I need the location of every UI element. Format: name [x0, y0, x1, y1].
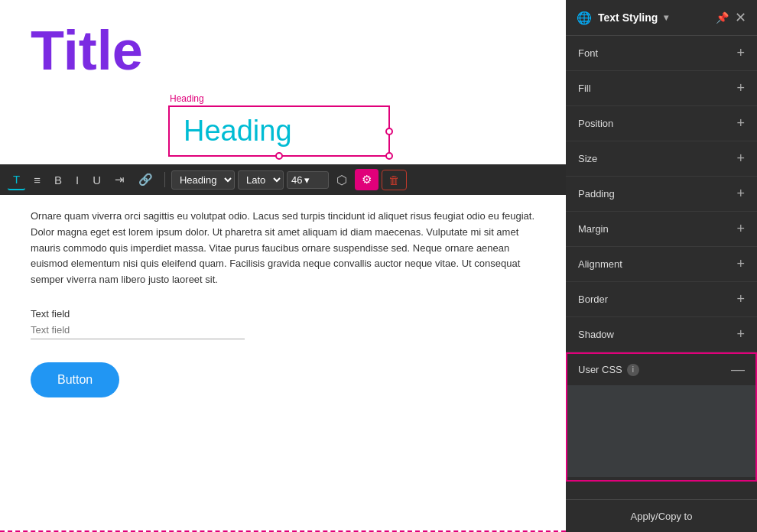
- globe-icon: 🌐: [577, 11, 592, 25]
- property-label-size: Size: [578, 153, 597, 164]
- property-plus-size[interactable]: +: [736, 151, 745, 167]
- close-button[interactable]: ✕: [735, 9, 746, 26]
- formatting-toolbar: T ≡ B I U ⇥ 🔗 Heading Lato 46 ▾ ⬡ ⚙ 🗑: [0, 164, 566, 195]
- property-plus-position[interactable]: +: [736, 115, 745, 131]
- link-button[interactable]: 🔗: [133, 170, 158, 190]
- property-plus-border[interactable]: +: [736, 291, 745, 307]
- cta-button[interactable]: Button: [31, 362, 119, 397]
- delete-button[interactable]: 🗑: [382, 170, 407, 190]
- property-row-border[interactable]: Border +: [566, 282, 757, 317]
- heading-wrapper: Heading Heading: [168, 93, 390, 157]
- font-size-value: 46: [291, 174, 302, 186]
- user-css-text: User CSS: [578, 364, 622, 375]
- user-css-collapse-button[interactable]: —: [731, 362, 745, 378]
- property-label-position: Position: [578, 118, 613, 129]
- property-row-padding[interactable]: Padding +: [566, 177, 757, 212]
- page-title: Title: [0, 0, 566, 86]
- property-row-margin[interactable]: Margin +: [566, 212, 757, 247]
- right-panel: 🌐 Text Styling ▾ 📌 ✕ Font + Fill + Posit…: [566, 0, 757, 532]
- heading-label: Heading: [168, 93, 390, 104]
- apply-copy-button[interactable]: Apply/Copy to: [631, 511, 693, 522]
- body-paragraph: Ornare quam viverra orci sagittis eu vol…: [0, 195, 566, 302]
- property-row-shadow[interactable]: Shadow +: [566, 317, 757, 352]
- panel-title: Text Styling: [598, 11, 658, 24]
- property-plus-fill[interactable]: +: [736, 80, 745, 96]
- text-format-button[interactable]: T: [8, 170, 25, 190]
- font-select[interactable]: Lato: [238, 170, 284, 190]
- pin-button[interactable]: 📌: [716, 11, 729, 24]
- text-field-label: Text field: [0, 302, 566, 321]
- panel-header: 🌐 Text Styling ▾ 📌 ✕: [566, 0, 757, 36]
- property-label-shadow: Shadow: [578, 329, 614, 340]
- property-label-fill: Fill: [578, 83, 591, 94]
- user-css-header: User CSS i —: [567, 354, 755, 385]
- underline-button[interactable]: U: [87, 170, 106, 190]
- property-label-border: Border: [578, 294, 608, 305]
- panel-header-left: 🌐 Text Styling ▾: [577, 11, 668, 25]
- property-plus-font[interactable]: +: [736, 45, 745, 61]
- property-list: Font + Fill + Position + Size + Padding …: [566, 36, 757, 499]
- button-area: Button: [0, 339, 566, 420]
- user-css-label: User CSS i: [578, 364, 639, 376]
- resize-handle-bottom-right[interactable]: [385, 152, 393, 160]
- property-plus-margin[interactable]: +: [736, 221, 745, 237]
- font-size-control[interactable]: 46 ▾: [287, 171, 329, 189]
- expand-button[interactable]: ⬡: [332, 170, 352, 190]
- property-label-font: Font: [578, 47, 598, 59]
- property-row-fill[interactable]: Fill +: [566, 71, 757, 106]
- gear-button[interactable]: ⚙: [355, 169, 378, 190]
- text-field-input[interactable]: [31, 321, 245, 339]
- italic-button[interactable]: I: [70, 170, 84, 190]
- user-css-section: User CSS i —: [566, 352, 757, 482]
- toolbar-separator: [164, 172, 165, 187]
- property-row-size[interactable]: Size +: [566, 141, 757, 177]
- property-row-position[interactable]: Position +: [566, 106, 757, 141]
- property-row-font[interactable]: Font +: [566, 36, 757, 71]
- canvas: Title Heading Heading T ≡ B I U ⇥ 🔗 Head…: [0, 0, 566, 532]
- heading-box[interactable]: Heading: [168, 105, 390, 157]
- property-plus-alignment[interactable]: +: [736, 256, 745, 272]
- user-css-textarea[interactable]: [567, 385, 755, 477]
- property-label-padding: Padding: [578, 188, 615, 200]
- panel-footer: Apply/Copy to: [566, 499, 757, 532]
- heading-text: Heading: [184, 115, 292, 147]
- resize-handle-right[interactable]: [385, 128, 393, 135]
- property-label-alignment: Alignment: [578, 258, 622, 270]
- resize-handle-bottom-left[interactable]: [275, 152, 283, 160]
- indent-button[interactable]: ⇥: [109, 170, 130, 190]
- align-button[interactable]: ≡: [28, 170, 46, 190]
- bold-button[interactable]: B: [49, 170, 67, 190]
- panel-chevron-icon[interactable]: ▾: [664, 12, 668, 23]
- property-plus-shadow[interactable]: +: [736, 326, 745, 342]
- property-plus-padding[interactable]: +: [736, 186, 745, 202]
- property-label-margin: Margin: [578, 223, 609, 235]
- property-row-alignment[interactable]: Alignment +: [566, 247, 757, 282]
- user-css-info-icon: i: [627, 364, 639, 376]
- panel-header-actions: 📌 ✕: [716, 9, 746, 26]
- size-chevron: ▾: [304, 174, 310, 186]
- style-select[interactable]: Heading: [171, 170, 235, 190]
